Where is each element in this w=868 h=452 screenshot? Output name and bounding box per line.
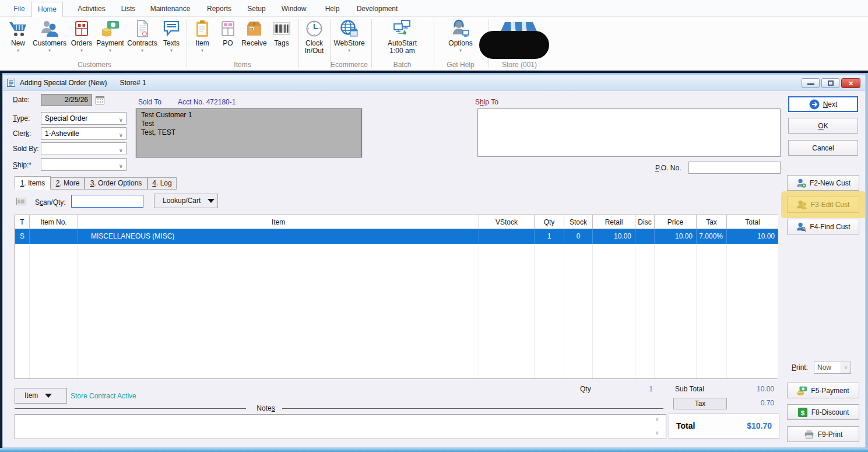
window-edge (0, 448, 868, 452)
table-empty-area (635, 244, 655, 379)
ribbon-button-label: Item (195, 40, 209, 47)
chevron-down-icon: ∨ (119, 129, 123, 141)
ribbon-new-button[interactable]: New ▾ (5, 19, 31, 53)
tab-log[interactable]: 4. Log (147, 177, 177, 190)
ok-label: OK (818, 122, 828, 130)
po-no-label: P.O. No. (655, 164, 681, 172)
clerk-select[interactable]: 1-Asheville∨ (41, 127, 126, 140)
ribbon-po-button[interactable]: PO (216, 19, 240, 47)
menu-maintenance[interactable]: Maintenance (146, 2, 195, 17)
table-row-cell[interactable]: 10.00 (593, 229, 635, 244)
item-menu-button[interactable]: Item (15, 388, 67, 404)
table-row-cell[interactable]: 1 (535, 229, 564, 244)
chevron-down-icon: ∨ (119, 114, 123, 126)
ribbon-options-button[interactable]: Options ▾ (444, 19, 477, 53)
ribbon-button-label: Options (448, 40, 472, 47)
table-row-cell[interactable]: 10.00 (655, 229, 697, 244)
notes-input[interactable] (15, 414, 666, 439)
po-no-input[interactable] (688, 162, 781, 174)
minimize-button[interactable] (802, 78, 820, 88)
scroll-up-icon[interactable]: ∧ (655, 416, 659, 422)
col-header-price[interactable]: Price (655, 215, 697, 229)
menu-help[interactable]: Help (321, 2, 344, 17)
ship-select[interactable]: ∨ (41, 158, 126, 171)
customer-line: Test, TEST (141, 128, 357, 137)
scroll-down-icon[interactable]: ∨ (655, 430, 659, 436)
f9-print-button[interactable]: F9-Print (787, 426, 859, 442)
globe-icon (340, 19, 359, 38)
calendar-icon[interactable] (96, 96, 104, 104)
tab-items[interactable]: 1. Items (15, 176, 51, 190)
table-empty-area (564, 244, 593, 379)
person-edit-icon (797, 199, 807, 210)
col-header-disc[interactable]: Disc (635, 215, 655, 229)
f3-edit-cust-button[interactable]: F3-Edit Cust (787, 197, 859, 213)
po-grid-icon (219, 19, 237, 38)
shipto-label: Ship To (475, 98, 498, 106)
menu-window[interactable]: Window (277, 2, 310, 17)
table-row-cell[interactable] (479, 229, 535, 244)
ribbon-payment-button[interactable]: Payment ▾ (94, 19, 126, 53)
restore-button[interactable] (821, 78, 839, 88)
restore-icon (828, 80, 834, 86)
col-header-stock[interactable]: Stock (564, 215, 593, 229)
tab-order-options[interactable]: 3. Order Options (85, 177, 147, 190)
scan-qty-input[interactable] (71, 195, 143, 208)
ribbon-receive-button[interactable]: Receive (240, 19, 268, 47)
ribbon-webstore-button[interactable]: WebStore ▾ (331, 19, 367, 53)
tab-more[interactable]: 2. More (51, 177, 85, 190)
ribbon-autostart-button[interactable]: AutoStart 1:00 am (378, 19, 427, 55)
f2-new-cust-button[interactable]: F2-New Cust (787, 175, 859, 191)
soldby-select[interactable]: ∨ (41, 142, 126, 155)
shipto-box[interactable] (477, 108, 781, 157)
tab-label: 2. More (56, 179, 80, 187)
cancel-button[interactable]: Cancel (788, 140, 858, 156)
date-field[interactable]: 2/25/26 (41, 94, 92, 106)
col-header-tax[interactable]: Tax (697, 215, 727, 229)
table-empty-area (697, 244, 727, 379)
ok-button[interactable]: OK (788, 118, 858, 134)
tax-button[interactable]: Tax (673, 398, 727, 409)
ribbon-item-button[interactable]: Item ▾ (189, 19, 215, 53)
ribbon-customers-button[interactable]: Customers ▾ (31, 19, 68, 53)
col-header-qty[interactable]: Qty (535, 215, 564, 229)
f5-payment-button[interactable]: F5-Payment (787, 383, 859, 398)
ribbon-texts-button[interactable]: Texts ▾ (159, 19, 184, 53)
menu-home[interactable]: Home (31, 2, 63, 17)
close-button[interactable]: ✕ (841, 78, 860, 88)
ribbon-clock-inout-button[interactable]: Clock In/Out (300, 19, 329, 55)
col-header-item[interactable]: Item (78, 215, 479, 229)
ribbon-group-label: Batch (379, 61, 426, 69)
ribbon-orders-button[interactable]: Orders ▾ (68, 19, 95, 53)
menu-setup[interactable]: Setup (243, 2, 270, 17)
ribbon-button-label: Clock In/Out (305, 40, 324, 55)
f4-find-cust-button[interactable]: F4-Find Cust (787, 219, 859, 234)
table-row-cell[interactable] (635, 229, 655, 244)
col-header-item-no[interactable]: Item No. (30, 215, 78, 229)
col-header-total[interactable]: Total (727, 215, 778, 229)
table-row-cell[interactable]: 0 (564, 229, 593, 244)
customer-info-box[interactable]: Test Customer 1 Test Test, TEST (136, 108, 362, 157)
table-row-cell[interactable]: S (15, 229, 30, 244)
menu-reports[interactable]: Reports (203, 2, 236, 17)
table-row-cell[interactable]: 7.000% (697, 229, 727, 244)
menu-development[interactable]: Development (351, 2, 403, 17)
menu-file[interactable]: File (8, 2, 30, 17)
ribbon-tags-button[interactable]: Tags (269, 19, 294, 47)
col-header-t[interactable]: T (15, 215, 30, 229)
col-header-retail[interactable]: Retail (593, 215, 635, 229)
type-select[interactable]: Special Order∨ (41, 112, 126, 125)
ribbon-contracts-button[interactable]: Contracts ▾ (125, 19, 159, 53)
print-mode-select[interactable]: Now∨ (814, 362, 851, 374)
lookup-cart-button[interactable]: Lookup/Cart (154, 194, 218, 208)
table-row-cell[interactable] (30, 229, 78, 244)
col-header-vstock[interactable]: VStock (479, 215, 535, 229)
table-row-cell[interactable]: MISCELLANEOUS (MISC) (78, 229, 479, 244)
order-window-titlebar[interactable]: Adding Special Order (New) Store# 1 ✕ (3, 75, 865, 91)
f8-discount-button[interactable]: $ F8-Discount (787, 404, 859, 420)
menu-lists[interactable]: Lists (114, 2, 142, 17)
ribbon-group-label: Get Help (439, 61, 482, 69)
table-row-cell[interactable]: 10.00 (727, 229, 778, 244)
next-button[interactable]: Next (788, 96, 858, 112)
menu-activities[interactable]: Activities (71, 2, 112, 17)
